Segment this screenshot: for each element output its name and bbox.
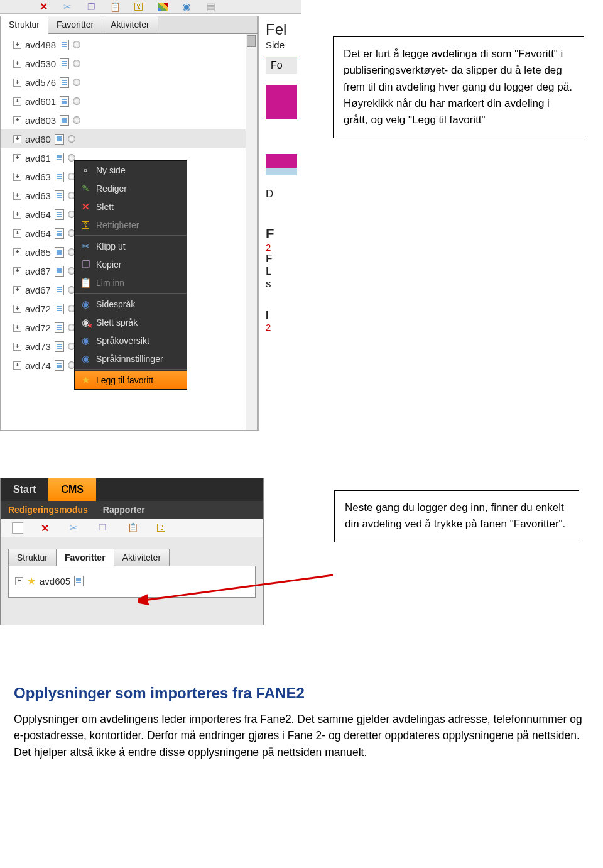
expand-icon[interactable]: +	[13, 267, 21, 275]
expand-icon[interactable]: +	[13, 211, 21, 219]
tree-label: avd67	[25, 266, 51, 277]
ctx-sidespråk[interactable]: ◉Sidespråk	[75, 295, 187, 313]
gx-icon: ◉	[80, 317, 91, 328]
expand-icon[interactable]: +	[13, 192, 21, 200]
ctx-legg-til-favoritt[interactable]: ★Legg til favoritt	[75, 371, 187, 389]
page-icon	[55, 153, 64, 163]
expand-icon[interactable]: +	[13, 79, 21, 87]
ctx-språkinnstillinger[interactable]: ◉Språkinnstillinger	[75, 349, 187, 368]
lock-icon	[73, 97, 80, 105]
toolbar: ✕ ✂ ❐ 📋 ⚿ ◉ ▤	[0, 0, 302, 14]
tree-row[interactable]: + avd60	[1, 129, 257, 148]
page-icon	[55, 228, 64, 239]
expand-icon[interactable]: +	[13, 286, 21, 294]
expand-icon[interactable]: +	[13, 248, 21, 256]
expand-icon[interactable]: +	[13, 60, 21, 68]
key-icon[interactable]: ⚿	[133, 1, 144, 13]
delete-icon[interactable]: ✕	[38, 1, 49, 13]
expand-icon[interactable]: +	[13, 173, 21, 181]
page-icon: ▫	[80, 165, 91, 176]
tab-aktiviteter[interactable]: Aktiviteter	[102, 16, 158, 33]
expand-icon[interactable]: +	[13, 135, 21, 143]
ctx-label: Rettigheter	[96, 220, 139, 230]
tree-row[interactable]: + avd576	[1, 73, 257, 92]
page-icon	[55, 304, 64, 314]
content-heading-fragment: Fel	[266, 21, 308, 38]
tree-label: avd72	[25, 304, 51, 314]
ctx-klipp-ut[interactable]: ✂Klipp ut	[75, 237, 187, 255]
page-icon	[55, 172, 64, 182]
tree-label: avd530	[25, 58, 56, 69]
ctx-slett-språk[interactable]: ◉Slett språk	[75, 313, 187, 331]
ctx-rettigheter[interactable]: ⚿Rettigheter	[75, 216, 187, 234]
pa-icon: 📋	[80, 277, 91, 288]
pen-icon: ✎	[80, 183, 91, 194]
ctx-label: Språkoversikt	[96, 336, 149, 346]
tree-label: avd64	[25, 228, 51, 239]
text-frag-fcap: F	[266, 253, 308, 265]
tree-label: avd61	[25, 153, 51, 163]
ctx-label: Slett	[96, 202, 114, 212]
content-tab-fragment: Fo	[266, 57, 297, 74]
text-frag-l: L	[266, 265, 308, 278]
ctx-label: Slett språk	[96, 317, 138, 327]
tree-label: avd60	[25, 134, 51, 145]
ctx-label: Legg til favoritt	[96, 375, 153, 385]
copy-icon[interactable]: ❐	[85, 1, 97, 13]
expand-icon[interactable]: +	[13, 154, 21, 162]
gb-icon: ◉	[80, 335, 91, 346]
lock-icon	[68, 135, 75, 143]
ctx-lim-inn[interactable]: 📋Lim inn	[75, 273, 187, 292]
expand-icon[interactable]: +	[13, 97, 21, 106]
tree-label: avd73	[25, 341, 51, 352]
expand-icon[interactable]: +	[13, 41, 21, 49]
tree-label: avd65	[25, 247, 51, 258]
context-menu: ▫Ny side✎Rediger✕Slett⚿Rettigheter✂Klipp…	[74, 160, 187, 390]
lock-icon	[73, 116, 80, 124]
expand-icon[interactable]: +	[13, 229, 21, 238]
ctx-rediger[interactable]: ✎Rediger	[75, 179, 187, 197]
paste-icon[interactable]: 📋	[109, 1, 121, 13]
red-block-2	[266, 154, 297, 168]
ctx-kopier[interactable]: ❐Kopier	[75, 255, 187, 273]
page-icon	[55, 190, 64, 201]
tree-label: avd74	[25, 360, 51, 371]
page-icon	[55, 341, 64, 352]
text-frag-f: F	[266, 226, 308, 242]
gb-icon: ◉	[80, 353, 91, 365]
scrollbar[interactable]	[246, 34, 257, 430]
tab-favoritter[interactable]: Favoritter	[48, 16, 102, 33]
tab-struktur[interactable]: Struktur	[1, 16, 48, 34]
expand-icon[interactable]: +	[13, 343, 21, 351]
page-icon	[60, 96, 69, 107]
content-label-fragment: Side	[266, 40, 308, 50]
tree-label: avd603	[25, 115, 56, 126]
ctx-språkoversikt[interactable]: ◉Språkoversikt	[75, 331, 187, 349]
lock-icon	[73, 60, 80, 67]
page-icon	[55, 134, 64, 145]
tree-row[interactable]: + avd601	[1, 92, 257, 111]
content-sliver: Fel Side Fo D F 2 F L s I 2	[258, 16, 308, 431]
tree-label: avd488	[25, 40, 56, 50]
doc-icon[interactable]: ▤	[205, 1, 216, 13]
tree-row[interactable]: + avd603	[1, 111, 257, 129]
tree-label: avd64	[25, 209, 51, 220]
ctx-slett[interactable]: ✕Slett	[75, 197, 187, 216]
expand-icon[interactable]: +	[13, 361, 21, 370]
globe-icon[interactable]: ◉	[181, 1, 192, 13]
red-block	[266, 85, 297, 119]
blocks-icon[interactable]	[157, 1, 168, 13]
sci-icon: ✂	[80, 241, 91, 252]
text-frag-d: D	[266, 188, 308, 201]
expand-icon[interactable]: +	[13, 324, 21, 332]
tree-tabs: Struktur Favoritter Aktiviteter	[1, 16, 257, 34]
page-icon	[60, 40, 69, 50]
tree-row[interactable]: + avd530	[1, 54, 257, 73]
cut-icon[interactable]: ✂	[62, 1, 73, 13]
expand-icon[interactable]: +	[13, 305, 21, 313]
tree-row[interactable]: + avd488	[1, 35, 257, 54]
page-icon	[55, 360, 64, 371]
expand-icon[interactable]: +	[13, 116, 21, 124]
ctx-ny-side[interactable]: ▫Ny side	[75, 161, 187, 179]
page-icon	[55, 322, 64, 333]
